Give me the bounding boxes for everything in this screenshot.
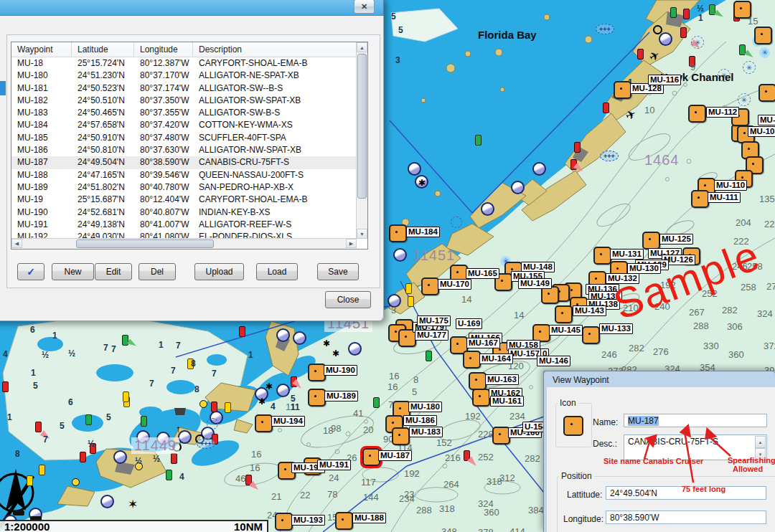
scale-bar: 1:200000 10NM [0,520,268,532]
upload-button[interactable]: Upload [194,263,244,280]
table-row[interactable]: MU-1925°15.687'N80°12.404'WCARYFORT-SHOA… [11,194,367,206]
scroll-down-icon[interactable]: ▼ [357,229,367,239]
table-cell: 80°37.350'W [134,95,193,107]
table-cell: 80°12.387'W [134,57,193,70]
view-waypoint-dialog: View Waypoint Icon Name: MU-187 Desc.: C… [543,371,775,532]
table-cell: 24°50.523'N [72,82,134,95]
del-button[interactable]: Del [138,263,176,280]
chartplotter-screen: ✱✱✱✱✱✶✈✈✈✳✳✳✳✳✳✳+++++++++↑ 1591013520422… [0,0,775,532]
table-row[interactable]: MU-18924°51.802'N80°40.780'WSAN-PEDRO-HA… [11,181,367,194]
column-header-waypoint[interactable]: Waypoint [11,42,72,57]
scroll-left-icon[interactable]: ◀ [11,239,22,248]
table-cell: 24°52.681'N [72,206,134,219]
table-row[interactable]: MU-1825°15.724'N80°12.387'WCARYFORT-SHOA… [11,57,367,70]
desc-field[interactable]: CANABIS-CRU-75FT-S ▲ ▼ [624,434,767,460]
check-button[interactable]: ✓ [17,263,44,280]
table-row[interactable]: MU-18324°50.465'N80°37.355'WALLIGATOR-SW… [11,107,367,119]
docked-panel-tab[interactable] [0,81,6,95]
column-header-longitude[interactable]: Longitude [134,42,193,57]
table-cell: 80°37.480'W [134,132,193,144]
table-row[interactable]: MU-18724°49.504'N80°38.590'WCANABIS-CRU-… [11,156,367,168]
table-cell: ALLIGATOR-NE-SPAT-XB [193,70,367,82]
waypoint-table[interactable]: Waypoint Latitude Longitude Description … [11,42,368,250]
table-cell: 80°37.355'W [134,107,193,119]
table-cell: MU-191 [11,219,72,231]
table-cell: 80°41.007'W [134,219,193,231]
desc-value: CANABIS-CRU-75FT-S [628,437,718,447]
table-row[interactable]: MU-18024°51.230'N80°37.170'WALLIGATOR-NE… [11,70,367,82]
table-cell: MU-189 [11,181,72,194]
table-cell: 80°37.174'W [134,82,193,95]
table-cell: CARYFORT-SHOAL-EMA-B [193,57,367,70]
table-row[interactable]: MU-18624°50.810'N80°37.630'WALLIGATOR-NW… [11,144,367,156]
table-cell: MU-19 [11,194,72,206]
horizontal-scrollbar[interactable]: ◀ ▶ [11,238,357,249]
icon-group-label: Icon [558,398,578,408]
vertical-scroll-thumb[interactable] [357,54,367,199]
table-row[interactable]: MU-19124°49.138'N80°41.007'WALLIGATOR-RE… [11,219,367,231]
table-cell: MU-18 [11,57,72,70]
table-cell: MU-187 [11,156,72,168]
column-header-description[interactable]: Description [193,42,367,57]
scroll-up-icon[interactable]: ▲ [357,42,367,52]
table-row[interactable]: MU-18124°50.523'N80°37.174'WALLIGATOR-SW… [11,82,367,95]
table-cell: ALLIGATOR-REEF-W-S [193,219,367,231]
table-row[interactable]: MU-18824°47.165'N80°39.546'WQUEEN-NASSAU… [11,169,367,181]
waypoint-list-titlebar[interactable]: ✕ [0,0,384,16]
table-cell: CANABIS-CRU-75FT-S [193,156,367,168]
waypoint-icon[interactable] [563,416,583,436]
longitude-field[interactable]: 80°38.590'W [606,510,766,524]
table-cell: 80°37.420'W [134,119,193,131]
table-header[interactable]: Waypoint Latitude Longitude Description [11,42,367,57]
table-cell: MU-184 [11,119,72,131]
table-cell: SCUFFLER-40FT-SPA [193,132,367,144]
table-cell: 24°50.510'N [72,95,134,107]
table-cell: COTTON-KEY-WMA-XS [193,119,367,131]
horizontal-scroll-thumb[interactable] [76,239,214,248]
table-cell: CARYFORT-SHOAL-EMA-B [193,194,367,206]
desc-label: Desc.: [593,439,617,449]
table-cell: ALLIGATOR-SW-B-S [193,107,367,119]
table-cell: MU-185 [11,132,72,144]
load-button[interactable]: Load [256,263,298,280]
latitude-label: Lattitude: [567,490,602,500]
table-cell: MU-186 [11,144,72,156]
name-label: Name: [593,417,618,427]
table-rows: MU-1825°15.724'N80°12.387'WCARYFORT-SHOA… [11,57,367,243]
table-cell: 25°15.724'N [72,57,134,70]
table-cell: 25°15.687'N [72,194,134,206]
latitude-field[interactable]: 24°49.504'N [606,486,766,500]
table-cell: 24°49.138'N [72,219,134,231]
waypoint-list-dialog: ✕ Waypoint Latitude Longitude Descriptio… [0,0,384,321]
table-cell: 24°49.504'N [72,156,134,168]
desc-scroll-down-icon[interactable]: ▼ [755,448,766,460]
name-field[interactable]: MU-187 [624,414,767,427]
table-cell: SAN-PEDRO-HAP-XB-X [193,181,367,194]
column-header-latitude[interactable]: Latitude [72,42,134,57]
new-button[interactable]: New [52,263,94,280]
table-cell: MU-182 [11,95,72,107]
table-row[interactable]: MU-18524°50.910'N80°37.480'WSCUFFLER-40F… [11,132,367,144]
scroll-right-icon[interactable]: ▶ [346,239,357,248]
close-button[interactable]: Close [325,291,371,308]
close-icon[interactable]: ✕ [354,0,375,14]
table-cell: MU-180 [11,70,72,82]
table-cell: QUEEN-NASSAU-200FT-S [193,169,367,181]
position-group-label: Position [559,471,594,481]
table-cell: 80°40.780'W [134,181,193,194]
desc-scroll-up-icon[interactable]: ▲ [755,436,766,448]
waypoint-list-body: Waypoint Latitude Longitude Description … [0,16,384,321]
view-waypoint-title[interactable]: View Waypoint [544,371,775,387]
table-cell: ALLIGATOR-SW--B-S [193,82,367,95]
name-value: MU-187 [628,416,659,426]
table-row[interactable]: MU-18424°57.658'N80°37.420'WCOTTON-KEY-W… [11,119,367,131]
table-cell: 24°50.465'N [72,107,134,119]
table-cell: 80°39.546'W [134,169,193,181]
edit-button[interactable]: Edit [95,263,132,280]
table-row[interactable]: MU-18224°50.510'N80°37.350'WALLIGATOR-SW… [11,95,367,107]
table-cell: MU-183 [11,107,72,119]
table-row[interactable]: MU-19024°52.681'N80°40.807'WINDIAN-KEY-B… [11,206,367,219]
vertical-scrollbar[interactable]: ▲ ▼ [356,42,367,239]
save-button[interactable]: Save [317,263,359,280]
longitude-label: Longitude: [563,514,603,524]
